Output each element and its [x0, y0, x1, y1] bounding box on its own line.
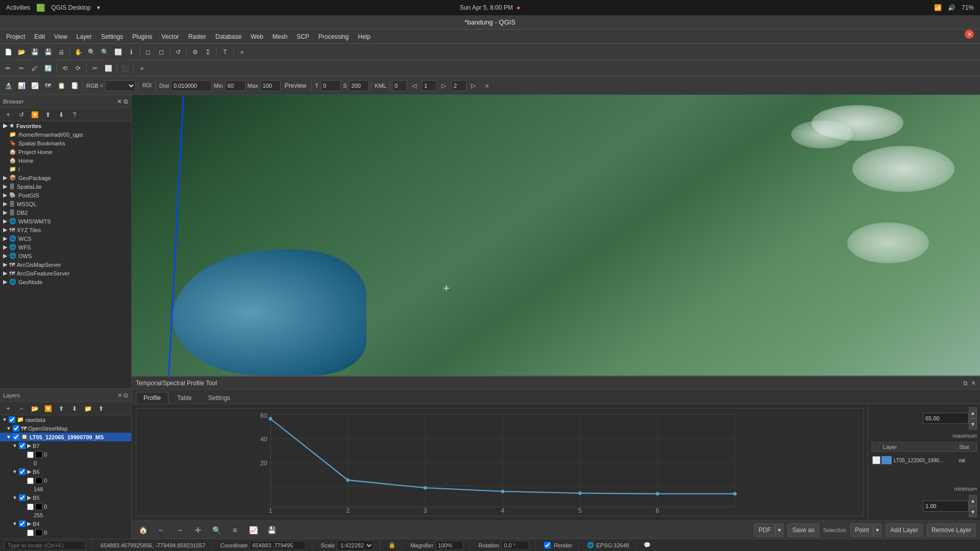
pdf-dropdown-btn[interactable]: ▾ — [775, 523, 783, 537]
browser-wmswmts[interactable]: ▶ 🌐 WMS/WMTS — [0, 217, 131, 226]
menu-scp[interactable]: SCP — [292, 32, 313, 42]
layers-float-btn[interactable]: ⧉ — [124, 392, 128, 399]
layers-expand-btn[interactable]: ⬆ — [95, 403, 107, 415]
spinner-up-btn[interactable]: ▲ — [969, 407, 977, 418]
save-project-btn[interactable]: 💾 — [29, 46, 41, 58]
browser-postgis[interactable]: ▶ 🐘 PostGIS — [0, 191, 131, 199]
scp-btn1[interactable]: 🔬 — [2, 80, 14, 92]
browser-geonode[interactable]: ▶ 🌐 GeoNode — [0, 278, 131, 286]
browser-home[interactable]: 🏠 Home — [0, 156, 131, 165]
pan-btn[interactable]: ✋ — [72, 46, 84, 58]
chart-config-btn[interactable]: ≡ — [228, 523, 242, 537]
browser-mssql[interactable]: ▶ 🗄 MSSQL — [0, 199, 131, 208]
browser-add-btn[interactable]: + — [2, 109, 14, 121]
osm-check[interactable] — [13, 425, 19, 432]
max-input[interactable] — [260, 80, 281, 91]
dt-btn5[interactable]: ⟲ — [59, 62, 71, 74]
more-btn[interactable]: » — [236, 46, 248, 58]
browser-arcgismapserver[interactable]: ▶ 🗺 ArcGisMapServer — [0, 260, 131, 269]
value-spinner[interactable] — [923, 413, 969, 424]
b4-0-check[interactable] — [27, 530, 34, 536]
scp-btn4[interactable]: 🗺 — [42, 80, 54, 92]
nav-input1[interactable] — [422, 80, 437, 91]
magnifier-input[interactable] — [435, 541, 463, 550]
kml-input[interactable] — [392, 80, 407, 91]
layer-lt05[interactable]: ▼ 🔲 LT05_122065_19900709_MS — [0, 433, 131, 441]
layer-b7-0[interactable]: 0 — [0, 450, 131, 459]
roi-btn[interactable]: ROI — [140, 80, 154, 92]
layer-rawdata[interactable]: ▼ 📁 rawdata — [0, 415, 131, 424]
save-as-btn[interactable]: Save as — [788, 523, 819, 537]
dt-btn4[interactable]: 🔄 — [42, 62, 54, 74]
pdf-btn[interactable]: PDF — [754, 523, 775, 537]
close-button[interactable]: ✕ — [965, 30, 974, 39]
chart-save-icon-btn[interactable]: 💾 — [264, 523, 279, 537]
activities-label[interactable]: Activities — [6, 4, 30, 11]
browser-ows[interactable]: ▶ 🌐 OWS — [0, 252, 131, 260]
b7-check[interactable] — [19, 442, 26, 449]
browser-geopackage[interactable]: ▶ 📦 GeoPackage — [0, 173, 131, 182]
print-btn[interactable]: 🖨 — [55, 46, 67, 58]
zoom-in-btn[interactable]: 🔍 — [85, 46, 97, 58]
tab-settings[interactable]: Settings — [201, 392, 238, 404]
layers-close-btn[interactable]: ✕ — [117, 392, 122, 399]
b7-0-check[interactable] — [27, 452, 34, 458]
chart-zoom-btn[interactable]: 🔍 — [209, 523, 224, 537]
menu-layer[interactable]: Layer — [72, 32, 96, 42]
menu-plugins[interactable]: Plugins — [128, 32, 156, 42]
browser-root[interactable]: 📁 / — [0, 165, 131, 173]
nav-input2[interactable] — [451, 80, 467, 91]
layer-table-row[interactable]: LT05_122065_1990... val — [871, 455, 977, 466]
dt-btn7[interactable]: ✂ — [89, 62, 101, 74]
layer-b4[interactable]: ▼ ▶ B4 — [0, 519, 131, 528]
layer-openstreetmap[interactable]: ▼ 🗺 OpenStreetMap — [0, 424, 131, 433]
tab-table[interactable]: Table — [169, 392, 200, 404]
layers-add-btn[interactable]: + — [2, 403, 14, 415]
menu-raster[interactable]: Raster — [184, 32, 210, 42]
save-as-btn[interactable]: 💾 — [42, 46, 54, 58]
b5-check[interactable] — [19, 494, 26, 501]
locate-input[interactable] — [4, 541, 86, 550]
s-input[interactable] — [349, 80, 369, 91]
dt-btn10[interactable]: » — [136, 62, 148, 74]
zoom-full-btn[interactable]: ⬜ — [112, 46, 124, 58]
preview-btn[interactable]: Preview — [282, 80, 310, 92]
zoom-out-btn[interactable]: 🔍 — [99, 46, 111, 58]
render-checkbox[interactable] — [544, 542, 551, 548]
panel-close-btn[interactable]: ✕ — [971, 380, 976, 387]
tb-nav2[interactable]: ▷ — [438, 80, 450, 92]
menu-web[interactable]: Web — [247, 32, 267, 42]
b6-0-check[interactable] — [27, 478, 34, 484]
app-name-label[interactable]: QGIS Desktop — [51, 4, 90, 11]
scale-select[interactable]: 1:422282 — [337, 540, 374, 550]
chart-pan-btn[interactable]: ✛ — [191, 523, 205, 537]
point-dropdown-btn[interactable]: ▾ — [873, 523, 881, 537]
browser-spatial-bookmarks[interactable]: 🔖 Spatial Bookmarks — [0, 139, 131, 147]
menu-vector[interactable]: Vector — [158, 32, 183, 42]
menu-edit[interactable]: Edit — [30, 32, 49, 42]
browser-float-btn[interactable]: ⧉ — [124, 98, 128, 105]
chart-home-btn[interactable]: 🏠 — [136, 523, 150, 537]
settings-btn[interactable]: ⚙ — [189, 46, 201, 58]
layers-remove-btn[interactable]: − — [15, 403, 28, 415]
dropdown-icon[interactable]: ▾ — [97, 4, 100, 11]
dt-btn1[interactable]: ✏ — [2, 62, 14, 74]
layers-filter-btn[interactable]: 🔽 — [42, 403, 54, 415]
browser-db2[interactable]: ▶ 🗄 DB2 — [0, 208, 131, 217]
b6-check[interactable] — [19, 468, 26, 475]
menu-processing[interactable]: Processing — [314, 32, 353, 42]
scp-btn3[interactable]: 📈 — [29, 80, 41, 92]
layer-b5[interactable]: ▼ ▶ B5 — [0, 493, 131, 502]
calc-btn[interactable]: Σ — [202, 46, 214, 58]
browser-filter-btn[interactable]: 🔽 — [29, 109, 41, 121]
dt-btn6[interactable]: ⟳ — [72, 62, 84, 74]
text-btn[interactable]: T — [219, 46, 231, 58]
deselect-btn[interactable]: ◻ — [155, 46, 167, 58]
tb-nav1[interactable]: ◁ — [408, 80, 421, 92]
menu-view[interactable]: View — [50, 32, 71, 42]
layers-group-btn[interactable]: 📁 — [82, 403, 94, 415]
layers-down-btn[interactable]: ⬇ — [68, 403, 81, 415]
scp-btn2[interactable]: 📊 — [15, 80, 28, 92]
dt-btn8[interactable]: ⬜ — [102, 62, 114, 74]
layer-b6-0[interactable]: 0 — [0, 476, 131, 485]
